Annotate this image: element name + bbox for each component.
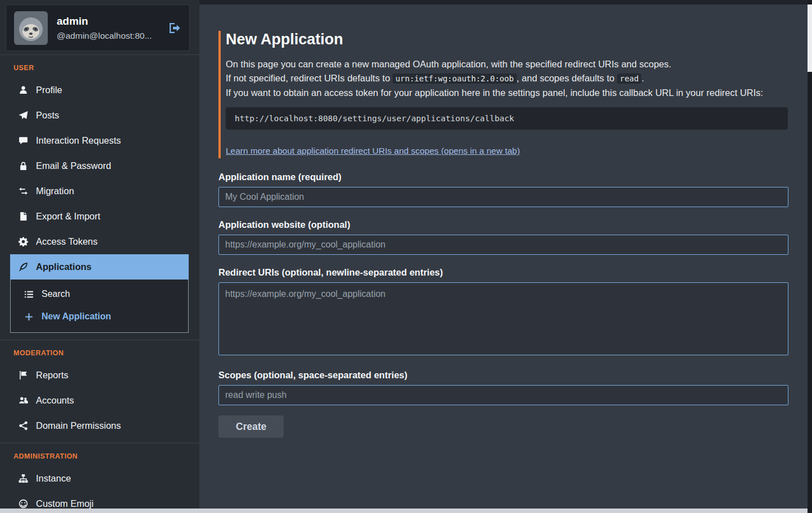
- nav-section-administration: ADMINISTRATION Instance Custom Emoji Act…: [0, 443, 199, 509]
- lock-icon: [19, 161, 28, 171]
- horizontal-scrollbar-thumb[interactable]: [0, 509, 808, 513]
- sidebar-item-label: Posts: [36, 110, 59, 121]
- gear-icon: [19, 237, 28, 246]
- comment-icon: [19, 136, 28, 145]
- nav-section-user: USER Profile Posts Interaction Requests: [0, 54, 199, 340]
- new-application-form: Application name (required) Application …: [218, 172, 788, 438]
- applications-submenu: Search New Application: [10, 280, 189, 333]
- users-icon: [19, 396, 28, 405]
- sidebar-item-label: Search: [42, 289, 70, 299]
- sidebar-item-export-import[interactable]: Export & Import: [0, 204, 199, 229]
- applications-block: Applications Search New Application: [10, 254, 189, 333]
- redirect-uris-label: Redirect URIs (optional, newline-separat…: [218, 267, 788, 278]
- create-button[interactable]: Create: [218, 415, 284, 438]
- callback-url-code-block: http://localhost:8080/settings/user/appl…: [226, 107, 788, 130]
- avatar: [14, 11, 48, 45]
- application-name-input[interactable]: [218, 187, 788, 207]
- sidebar-item-instance[interactable]: Instance: [0, 466, 199, 491]
- sidebar-item-label: Export & Import: [36, 211, 101, 222]
- user-icon: [19, 85, 28, 95]
- sidebar-item-label: Custom Emoji: [36, 498, 94, 509]
- sitemap-icon: [19, 474, 28, 483]
- sidebar-item-applications-new[interactable]: New Application: [11, 305, 188, 328]
- paper-plane-icon: [19, 111, 28, 120]
- sidebar-item-reports[interactable]: Reports: [0, 363, 199, 388]
- sidebar-item-label: Accounts: [36, 395, 74, 406]
- redirect-uris-field: Redirect URIs (optional, newline-separat…: [218, 267, 788, 358]
- scopes-field: Scopes (optional, space-separated entrie…: [218, 370, 788, 405]
- sidebar-item-label: Profile: [36, 85, 62, 95]
- sidebar-item-applications-search[interactable]: Search: [11, 283, 188, 305]
- user-name: admin: [57, 15, 152, 28]
- sidebar-item-label: Email & Password: [36, 161, 111, 171]
- horizontal-scrollbar[interactable]: [0, 509, 812, 513]
- sidebar: admin @admin@localhost:80... USER Profil…: [0, 0, 199, 509]
- share-nodes-icon: [19, 421, 28, 430]
- intro-line-2-post: .: [641, 73, 644, 83]
- user-card[interactable]: admin @admin@localhost:80...: [6, 4, 190, 51]
- sidebar-item-applications[interactable]: Applications: [10, 254, 189, 280]
- sidebar-item-label: New Application: [42, 312, 111, 322]
- section-label-user: USER: [0, 55, 199, 77]
- page-title: New Application: [226, 31, 788, 48]
- logout-icon[interactable]: [168, 21, 181, 35]
- intro-text: On this page you can create a new manage…: [226, 57, 788, 100]
- read-code: read: [617, 74, 642, 84]
- redirect-uris-textarea[interactable]: [218, 282, 788, 355]
- sidebar-item-custom-emoji[interactable]: Custom Emoji: [0, 491, 199, 509]
- section-label-moderation: MODERATION: [0, 340, 199, 363]
- feather-icon: [19, 262, 28, 272]
- sidebar-item-label: Interaction Requests: [36, 135, 121, 146]
- sidebar-item-migration[interactable]: Migration: [0, 178, 199, 204]
- sidebar-item-label: Domain Permissions: [36, 420, 121, 431]
- sidebar-item-posts[interactable]: Posts: [0, 103, 199, 128]
- oauth-header: New Application On this page you can cre…: [218, 31, 788, 158]
- sidebar-item-label: Migration: [36, 186, 74, 196]
- application-website-input[interactable]: [218, 235, 788, 255]
- section-label-administration: ADMINISTRATION: [0, 443, 199, 466]
- list-icon: [24, 290, 34, 299]
- application-name-label: Application name (required): [218, 172, 788, 182]
- scopes-input[interactable]: [218, 385, 788, 405]
- sidebar-item-interaction-requests[interactable]: Interaction Requests: [0, 128, 199, 153]
- scopes-label: Scopes (optional, space-separated entrie…: [218, 370, 788, 381]
- intro-line-2-pre: If not specified, redirect URIs defaults…: [226, 73, 393, 83]
- app-root: admin @admin@localhost:80... USER Profil…: [0, 0, 812, 513]
- arrows-left-right-icon: [19, 186, 28, 196]
- user-handle: @admin@localhost:80...: [57, 31, 152, 41]
- learn-more-link[interactable]: Learn more about application redirect UR…: [226, 146, 520, 156]
- sidebar-item-label: Access Tokens: [36, 236, 98, 247]
- sidebar-nav: USER Profile Posts Interaction Requests: [0, 54, 199, 509]
- sidebar-item-accounts[interactable]: Accounts: [0, 388, 199, 413]
- oob-code: urn:ietf:wg:oauth:2.0:oob: [393, 74, 517, 84]
- sidebar-item-label: Reports: [36, 370, 69, 381]
- application-name-field: Application name (required): [218, 172, 788, 207]
- user-meta: admin @admin@localhost:80...: [57, 15, 152, 41]
- application-website-label: Application website (optional): [218, 219, 788, 230]
- main-panel: New Application On this page you can cre…: [199, 4, 808, 513]
- sidebar-item-email-password[interactable]: Email & Password: [0, 153, 199, 178]
- intro-line-2: If not specified, redirect URIs defaults…: [226, 71, 788, 86]
- sidebar-item-label: Instance: [36, 473, 71, 484]
- plus-icon: [24, 312, 34, 322]
- application-website-field: Application website (optional): [218, 219, 788, 255]
- intro-line-3: If you want to obtain an access token fo…: [226, 86, 788, 100]
- sidebar-item-access-tokens[interactable]: Access Tokens: [0, 229, 199, 254]
- nav-section-moderation: MODERATION Reports Accounts Domain Permi…: [0, 340, 199, 443]
- sidebar-item-domain-permissions[interactable]: Domain Permissions: [0, 413, 199, 438]
- file-export-icon: [19, 212, 28, 221]
- vertical-scrollbar[interactable]: [808, 0, 812, 509]
- sidebar-item-label: Applications: [36, 262, 92, 272]
- intro-line-1: On this page you can create a new manage…: [226, 57, 788, 71]
- flag-icon: [19, 370, 28, 380]
- vertical-scrollbar-thumb[interactable]: [808, 4, 812, 72]
- smiley-icon: [19, 499, 28, 509]
- intro-line-2-mid: , and scopes defaults to: [517, 73, 617, 83]
- sidebar-item-profile[interactable]: Profile: [0, 77, 199, 103]
